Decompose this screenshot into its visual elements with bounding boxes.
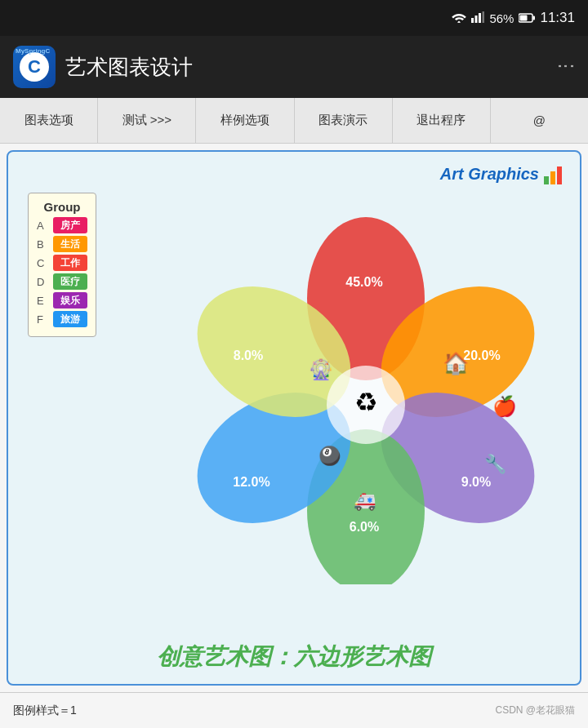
legend-item-d: D 医疗: [37, 273, 87, 290]
svg-text:🎡: 🎡: [309, 357, 333, 381]
status-bar: 56% 11:31: [0, 0, 588, 36]
menu-dots-button[interactable]: ⋮: [557, 57, 575, 77]
signal-icon: [471, 11, 484, 25]
app-icon: MySpringC C: [13, 46, 56, 88]
nav-item-exit[interactable]: 退出程序: [393, 98, 491, 143]
time-display: 11:31: [540, 10, 575, 26]
svg-text:🍎: 🍎: [492, 394, 517, 418]
svg-text:🔧: 🔧: [484, 453, 507, 475]
bottom-chart-title: 创意艺术图：六边形艺术图: [8, 641, 580, 673]
status-icons: 56% 11:31: [452, 10, 575, 26]
nav-item-test[interactable]: 测试 >>>: [98, 98, 196, 143]
flower-chart: ♻ 45.0% 20.0% 9.0% 6.0% 12.0% 8.0% 🏠 🍎: [186, 193, 546, 584]
app-icon-inner: C: [20, 52, 49, 82]
chart-container: Art Graphics Group A 房产 B 生活 C 工作: [7, 150, 581, 686]
main-content: Art Graphics Group A 房产 B 生活 C 工作: [0, 144, 588, 692]
legend-item-e: E 娱乐: [37, 292, 87, 309]
legend-title: Group: [37, 200, 87, 214]
wifi-icon: [452, 11, 466, 25]
svg-text:8.0%: 8.0%: [234, 348, 263, 362]
svg-rect-7: [544, 176, 549, 184]
svg-text:♻: ♻: [354, 388, 378, 417]
legend-item-c: C 工作: [37, 255, 87, 271]
title-left: MySpringC C 艺术图表设计: [13, 46, 193, 88]
chart-title-icon: [544, 165, 567, 189]
legend-item-b: B 生活: [37, 236, 87, 252]
battery-icon: [519, 11, 535, 25]
svg-text:9.0%: 9.0%: [461, 475, 491, 489]
svg-text:12.0%: 12.0%: [233, 475, 270, 489]
app-icon-label: MySpringC: [16, 47, 50, 55]
chart-title: Art Graphics: [440, 165, 539, 184]
nav-item-samples[interactable]: 样例选项: [196, 98, 294, 143]
svg-text:🏠: 🏠: [443, 350, 470, 376]
svg-rect-0: [471, 18, 474, 23]
svg-rect-5: [533, 16, 536, 20]
svg-text:🎱: 🎱: [318, 445, 341, 467]
svg-rect-2: [479, 13, 481, 23]
svg-rect-1: [475, 16, 478, 23]
svg-text:🚑: 🚑: [354, 490, 376, 512]
nav-item-charts[interactable]: 图表选项: [0, 98, 98, 143]
svg-rect-6: [520, 15, 528, 20]
legend-item-a: A 房产: [37, 217, 87, 233]
page-title: 艺术图表设计: [65, 53, 193, 82]
nav-item-demo[interactable]: 图表演示: [295, 98, 393, 143]
footer: 图例样式＝1 CSDN @老花眼猫: [0, 692, 588, 728]
legend-item-f: F 旅游: [37, 311, 87, 327]
nav-item-at[interactable]: @: [491, 98, 588, 143]
svg-text:20.0%: 20.0%: [463, 348, 500, 362]
nav-bar: 图表选项 测试 >>> 样例选项 图表演示 退出程序 @: [0, 98, 588, 144]
footer-credit: CSDN @老花眼猫: [495, 704, 575, 717]
svg-text:45.0%: 45.0%: [345, 275, 382, 289]
svg-text:6.0%: 6.0%: [350, 520, 379, 534]
footer-legend-style: 图例样式＝1: [13, 704, 77, 718]
legend: Group A 房产 B 生活 C 工作 D 医疗 E 娱乐 F: [28, 193, 96, 337]
svg-rect-3: [483, 11, 485, 23]
battery-percent: 56%: [489, 11, 514, 25]
title-bar: MySpringC C 艺术图表设计 ⋮: [0, 36, 588, 98]
svg-rect-9: [557, 166, 562, 184]
svg-rect-8: [550, 171, 555, 184]
